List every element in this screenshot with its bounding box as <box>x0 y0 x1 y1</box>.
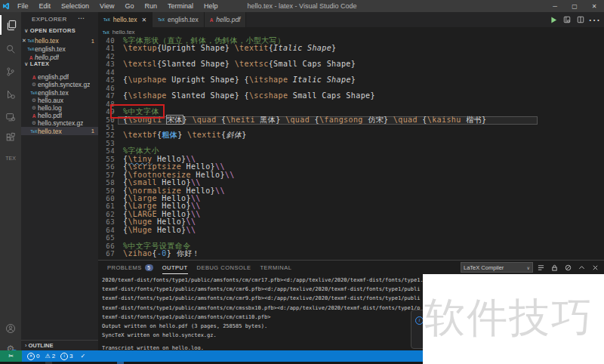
code-line-64[interactable]: 64{\Huge Hello}\\ <box>98 227 604 234</box>
file-label: hello.log <box>38 104 62 112</box>
search-icon[interactable] <box>0 39 21 59</box>
file-row-hello.aux[interactable]: ⚙hello.aux <box>21 97 98 105</box>
file-file-icon: ⚙ <box>30 82 38 88</box>
close-panel-icon[interactable] <box>589 262 601 273</box>
warning-icon: ⚠ <box>45 353 50 359</box>
modified-badge: 1 <box>91 128 94 134</box>
tab-english.tex[interactable]: TeXenglish.tex <box>153 12 204 27</box>
line-text: {\songti 宋体} \quad {\heiti 黑体} \quad {\f… <box>123 116 486 124</box>
code-line-52[interactable]: 52\textbf{粗体} \textit{斜体} <box>98 131 604 139</box>
file-label: english.synctex.gz <box>38 81 90 88</box>
minimize-button[interactable]: ─ <box>545 0 565 12</box>
account-icon[interactable] <box>0 319 21 338</box>
more-actions-icon[interactable]: ⋯ <box>587 14 601 26</box>
line-number: 65 <box>98 234 115 242</box>
line-number: 51 <box>98 124 115 131</box>
code-line-41[interactable]: 41\textup{Upright Shape} \textit{Italic … <box>98 45 604 52</box>
line-number: 41 <box>98 45 115 52</box>
file-row-english.tex[interactable]: TeXenglish.tex <box>21 88 98 97</box>
line-number: 64 <box>98 227 115 234</box>
tex-file-icon: TeX <box>27 39 35 43</box>
workspace-folder-section[interactable]: ∨LATEX <box>24 60 49 67</box>
menu-selection[interactable]: Selection <box>56 2 94 10</box>
code-line-45[interactable]: 45{\upshape Upright Shape} {\itshape Ita… <box>98 76 604 84</box>
menu-go[interactable]: Go <box>119 2 139 10</box>
split-editor-icon[interactable] <box>574 14 587 26</box>
remote-indicator[interactable]: ✂ <box>0 350 22 362</box>
code-line-53[interactable]: 53 <box>98 140 604 147</box>
problems-badge: 5 <box>145 264 153 271</box>
watermark-text: 软件技巧 <box>424 291 593 346</box>
line-number: 67 <box>98 250 115 258</box>
file-row-english.pdf[interactable]: Aenglish.pdf <box>21 73 98 82</box>
code-line-67[interactable]: 67\zihao{-0} 你好！ <box>98 250 604 258</box>
open-editors-section[interactable]: ∨OPEN EDITORS <box>24 27 76 34</box>
source-control-icon[interactable] <box>0 62 21 82</box>
panel-tab-problems[interactable]: PROBLEMS5 <box>107 261 153 274</box>
clear-output-icon[interactable] <box>562 262 574 273</box>
menu-help[interactable]: Help <box>199 2 223 10</box>
file-row-hello.synctex.gz[interactable]: ⚙hello.synctex.gz <box>21 119 98 128</box>
window-title: hello.tex - latex - Visual Studio Code <box>248 2 357 10</box>
file-label: hello.tex <box>38 128 62 135</box>
problems-infos[interactable]: i3 <box>60 353 72 360</box>
menu-view[interactable]: View <box>94 2 119 10</box>
explorer-more-actions-icon[interactable]: ⋯ <box>78 14 85 22</box>
code-line-47[interactable]: 47{\slshape Slanted Shape} {\scshape Sma… <box>98 92 604 100</box>
menu-edit[interactable]: Edit <box>34 2 57 10</box>
tab-close-icon[interactable]: ✕ <box>141 17 146 23</box>
panel-tab-terminal[interactable]: TERMINAL <box>260 261 291 274</box>
problems-errors[interactable]: ✕0 <box>27 353 39 360</box>
extensions-icon[interactable] <box>0 128 21 147</box>
open-preview-icon[interactable] <box>560 14 574 26</box>
code-line-48[interactable]: 48 <box>98 100 604 108</box>
line-text: {\Huge Hello}\\ <box>123 227 196 234</box>
panel-tab-output[interactable]: OUTPUT <box>162 261 188 274</box>
close-icon[interactable]: ✕ <box>21 38 27 44</box>
code-line-50[interactable]: 50{\songti 宋体} \quad {\heiti 黑体} \quad {… <box>98 116 604 124</box>
file-row-hello.tex[interactable]: TeXhello.tex1 <box>21 127 98 135</box>
explorer-title: EXPLORER <box>32 16 67 23</box>
build-run-icon[interactable] <box>547 14 560 26</box>
code-line-43[interactable]: 43\textsl{Slanted Shape} \textsc{Small C… <box>98 60 604 68</box>
close-button[interactable]: ✕ <box>584 0 604 12</box>
line-number: 46 <box>98 85 115 92</box>
output-log-icon[interactable] <box>535 262 547 273</box>
menu-file[interactable]: File <box>12 2 34 10</box>
line-number: 44 <box>98 69 115 76</box>
file-label: english.pdf <box>38 73 69 81</box>
maximize-panel-icon[interactable] <box>575 262 587 273</box>
lock-icon[interactable] <box>548 262 560 273</box>
tab-hello.pdf[interactable]: Ahello.pdf <box>205 12 247 27</box>
line-number: 66 <box>98 242 115 250</box>
compile-status-check[interactable]: ✓ <box>81 353 86 359</box>
file-row-hello.log[interactable]: ⚙hello.log <box>21 104 98 113</box>
open-editor-hello.tex[interactable]: ✕TeXhello.tex1 <box>21 37 98 45</box>
tab-label: english.tex <box>168 16 199 23</box>
panel-tab-debug-console[interactable]: DEBUG CONSOLE <box>197 261 251 274</box>
tab-hello.tex[interactable]: TeXhello.tex✕ <box>98 12 153 27</box>
line-number: 59 <box>98 187 115 195</box>
run-and-debug-icon[interactable] <box>0 85 21 104</box>
problems-warnings[interactable]: ⚠2 <box>45 353 55 359</box>
file-row-english.synctex.gz[interactable]: ⚙english.synctex.gz <box>21 81 98 89</box>
file-row-hello.pdf[interactable]: Ahello.pdf <box>21 112 98 120</box>
outline-section[interactable]: ›OUTLINE <box>21 340 98 350</box>
modified-badge: 1 <box>91 38 94 45</box>
maximize-button[interactable]: ▢ <box>565 0 584 12</box>
menu-run[interactable]: Run <box>139 2 162 10</box>
line-number: 63 <box>98 218 115 226</box>
remote-explorer-icon[interactable] <box>0 107 21 127</box>
pdf-file-icon: A <box>30 113 38 119</box>
output-channel-select[interactable]: LaTeX Compiler∨ <box>461 262 533 273</box>
breadcrumb-file: hello.tex <box>112 29 135 35</box>
latex-workshop-icon[interactable]: TEX <box>0 148 21 168</box>
code-editor[interactable]: 40%字体形状（直立，斜体，伪斜体，小型大写）41\textup{Upright… <box>98 37 604 260</box>
open-editor-english.tex[interactable]: TeXenglish.tex <box>21 45 98 54</box>
tab-label: hello.tex <box>113 16 137 23</box>
line-number: 43 <box>98 60 115 68</box>
line-number: 45 <box>98 76 115 84</box>
menu-terminal[interactable]: Terminal <box>162 2 199 10</box>
panel-header: PROBLEMS5OUTPUTDEBUG CONSOLETERMINAL LaT… <box>98 261 604 274</box>
explorer-icon[interactable] <box>0 15 21 35</box>
